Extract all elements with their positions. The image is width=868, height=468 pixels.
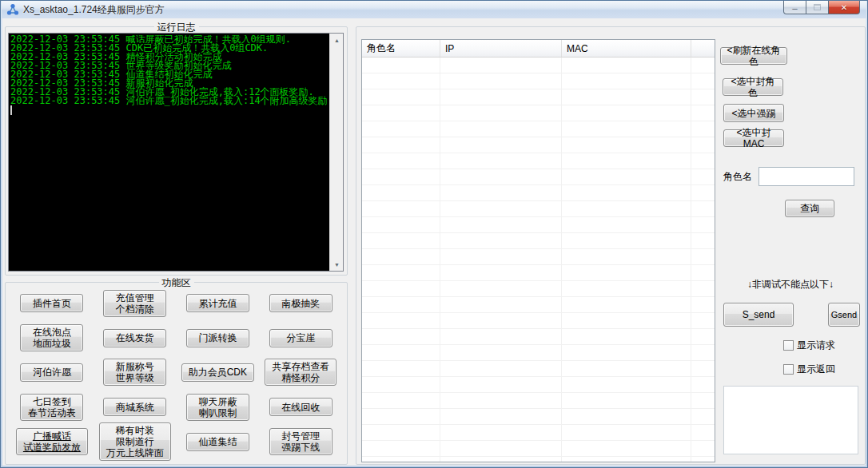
column-header-filler (691, 40, 715, 57)
log-line: 2022-12-03 23:53:45 河伯许愿_初始化完成,载入:14个附加高… (10, 97, 328, 105)
function-button[interactable]: 共享存档查看 精怪积分 (265, 359, 336, 386)
g-send-button[interactable]: Gsend (828, 303, 860, 327)
function-button[interactable]: 门派转换 (186, 329, 249, 347)
table-cell (440, 393, 562, 408)
kick-selected-button[interactable]: <选中强踢 (723, 104, 784, 122)
table-row[interactable] (362, 58, 715, 73)
table-cell (562, 153, 691, 169)
show-request-label: 显示请求 (797, 339, 835, 352)
table-row[interactable] (362, 169, 715, 185)
scroll-up-icon[interactable]: ▲ (330, 34, 344, 46)
table-row[interactable] (362, 233, 715, 249)
table-row[interactable] (362, 281, 715, 297)
function-button[interactable]: 在线回收 (269, 398, 332, 416)
table-row[interactable] (362, 361, 715, 377)
ban-selected-role-button[interactable]: <选中封角色 (723, 78, 783, 96)
table-cell (691, 58, 715, 73)
table-cell (440, 441, 562, 456)
table-row[interactable] (362, 377, 715, 393)
table-cell (362, 265, 440, 280)
role-name-input[interactable] (759, 167, 854, 186)
table-row[interactable] (362, 89, 715, 105)
table-cell (362, 457, 440, 462)
function-button[interactable]: 分宝崖 (269, 329, 332, 347)
table-row[interactable] (362, 265, 715, 281)
table-cell (562, 329, 691, 344)
function-button[interactable]: 稀有时装 限制道行 万元上线牌面 (99, 422, 171, 461)
table-cell (691, 265, 715, 280)
column-header[interactable]: IP (440, 40, 562, 57)
table-cell (440, 345, 562, 360)
close-button[interactable]: ✕ (828, 1, 860, 14)
table-cell (362, 377, 440, 392)
function-grid: 插件首页充值管理 个档清除累计充值南极抽奖在线泡点 地面垃圾在线发货门派转换分宝… (6, 284, 347, 462)
table-row[interactable] (362, 217, 715, 233)
table-cell (562, 233, 691, 248)
table-row[interactable] (362, 121, 715, 137)
function-button[interactable]: 助力会员CDK (181, 363, 254, 382)
function-button[interactable]: 在线发货 (103, 329, 166, 347)
table-cell (562, 137, 691, 153)
table-row[interactable] (362, 393, 715, 409)
function-button[interactable]: 新服称号 世界等级 (103, 359, 166, 386)
refresh-online-roles-button[interactable]: <刷新在线角色 (720, 47, 787, 65)
table-row[interactable] (362, 185, 715, 201)
show-response-checkbox[interactable] (783, 364, 794, 375)
minimize-button[interactable]: ─ (783, 1, 806, 14)
table-cell (691, 345, 715, 360)
log-scrollbar[interactable]: ▲ ▼ (329, 34, 343, 271)
table-row[interactable] (362, 441, 715, 457)
s-send-button[interactable]: S_send (723, 303, 794, 327)
table-cell (562, 457, 691, 462)
table-cell (440, 185, 562, 200)
table-row[interactable] (362, 201, 715, 217)
table-cell (691, 169, 715, 184)
table-row[interactable] (362, 73, 715, 89)
table-cell (440, 137, 562, 153)
table-row[interactable] (362, 249, 715, 265)
table-row[interactable] (362, 297, 715, 313)
ban-selected-mac-button[interactable]: <选中封MAC (723, 129, 784, 147)
table-cell (562, 89, 691, 105)
table-cell (691, 457, 715, 462)
table-row[interactable] (362, 409, 715, 425)
query-button[interactable]: 查询 (785, 200, 834, 217)
log-console[interactable]: 2022-12-03 23:53:45 喊话屏蔽已初始完成！共载入0组规则.20… (8, 33, 344, 272)
maximize-button[interactable] (806, 1, 828, 14)
table-row[interactable] (362, 137, 715, 153)
table-row[interactable] (362, 153, 715, 169)
table-cell (562, 201, 691, 216)
table-cell (362, 297, 440, 312)
column-header[interactable]: 角色名 (362, 40, 440, 57)
show-request-checkbox[interactable] (783, 340, 794, 351)
function-button[interactable]: 南极抽奖 (269, 294, 332, 312)
table-cell (562, 265, 691, 280)
table-row[interactable] (362, 313, 715, 329)
function-button[interactable]: 插件首页 (20, 294, 83, 312)
function-button[interactable]: 累计充值 (186, 294, 249, 312)
function-button[interactable]: 封号管理 强踢下线 (269, 428, 332, 455)
function-button[interactable]: 仙道集结 (186, 433, 249, 451)
function-button[interactable]: 商城系统 (103, 398, 166, 416)
table-row[interactable] (362, 329, 715, 345)
column-header[interactable]: MAC (562, 40, 691, 57)
table-row[interactable] (362, 345, 715, 361)
table-cell (562, 393, 691, 408)
table-cell (562, 169, 691, 184)
table-row[interactable] (362, 425, 715, 441)
function-button[interactable]: 聊天屏蔽 喇叭限制 (186, 394, 249, 421)
titlebar[interactable]: Xs_asktao_1.724经典服同步官方 ─ ✕ (2, 1, 866, 18)
table-row[interactable] (362, 105, 715, 121)
function-button[interactable]: 在线泡点 地面垃圾 (20, 324, 83, 351)
table-cell (691, 409, 715, 424)
table-row[interactable] (362, 457, 715, 462)
debug-output-box[interactable] (723, 386, 858, 454)
table-cell (440, 201, 562, 216)
online-roles-table[interactable]: 角色名IPMAC (361, 39, 715, 462)
function-button[interactable]: 河伯许愿 (20, 363, 83, 382)
function-button[interactable]: 充值管理 个档清除 (103, 290, 166, 317)
table-cell (691, 361, 715, 376)
function-button[interactable]: 广播喊话 试道奖励发放 (16, 428, 88, 455)
scroll-down-icon[interactable]: ▼ (330, 258, 344, 271)
function-button[interactable]: 七日签到 春节活动表 (20, 394, 83, 421)
